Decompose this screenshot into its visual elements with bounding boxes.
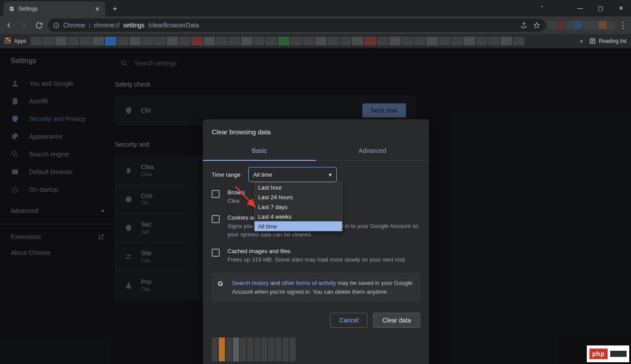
window-close-button[interactable]: ✕: [611, 0, 631, 16]
window-minimize-button[interactable]: —: [570, 0, 590, 16]
browser-titlebar: Settings ✕ + ˅ — ▢ ✕: [0, 0, 631, 16]
extensions-area-redacted: [548, 21, 615, 29]
apps-shortcut-label: Apps: [14, 38, 26, 44]
clear-browsing-data-dialog: Clear browsing data Basic Advanced Time …: [203, 119, 429, 364]
time-range-row: Time range All time ▾ Last hour Last 24 …: [212, 167, 420, 182]
url-path-rest: /clearBrowserData: [148, 22, 199, 29]
tab-basic[interactable]: Basic: [203, 141, 316, 160]
search-history-link[interactable]: Search history: [232, 280, 269, 286]
dialog-account-redacted: [212, 337, 420, 361]
browser-menu-button[interactable]: ⋮: [618, 20, 628, 30]
share-icon[interactable]: [520, 22, 528, 29]
bookmark-star-icon[interactable]: [533, 22, 540, 29]
dialog-actions: Cancel Clear data: [203, 302, 429, 328]
time-range-dropdown: Last hour Last 24 hours Last 7 days Last…: [254, 182, 342, 231]
browser-tab-settings[interactable]: Settings ✕: [4, 1, 105, 16]
tab-advanced[interactable]: Advanced: [316, 141, 429, 160]
dialog-tabs: Basic Advanced: [203, 141, 429, 161]
check-sub: Frees up 319 MB. Some sites may load mor…: [228, 256, 407, 264]
bookmarks-overflow-button[interactable]: »: [580, 38, 583, 44]
gear-icon: [8, 5, 15, 12]
checkbox[interactable]: [212, 190, 220, 198]
site-info-icon[interactable]: [53, 22, 60, 29]
check-title: Browsi: [228, 189, 245, 196]
close-tab-button[interactable]: ✕: [94, 5, 101, 12]
watermark-php-label: php: [589, 349, 608, 359]
tab-title-label: Settings: [19, 6, 38, 12]
time-option-last-4-weeks[interactable]: Last 4 weeks: [255, 212, 342, 221]
check-cached[interactable]: Cached images and files Frees up 319 MB.…: [212, 241, 420, 266]
browser-toolbar: Chrome | chrome://settings/clearBrowserD…: [0, 16, 631, 34]
other-activity-link[interactable]: other forms of activity: [281, 280, 336, 286]
reading-list-label: Reading list: [599, 38, 627, 44]
tabs-overflow-chevron[interactable]: ˅: [536, 0, 548, 16]
watermark-bar: [610, 351, 627, 357]
reading-list-button[interactable]: Reading list: [589, 38, 627, 45]
time-option-last-24-hours[interactable]: Last 24 hours: [255, 192, 342, 202]
forward-button[interactable]: [18, 19, 30, 31]
activity-notice: G Search history and other forms of acti…: [212, 273, 420, 302]
apps-grid-icon: [4, 38, 11, 45]
apps-shortcut[interactable]: Apps: [4, 38, 26, 45]
svg-point-1: [56, 26, 57, 27]
checkbox[interactable]: [212, 249, 220, 257]
dialog-footer-text: To clear browsing data from this device …: [203, 361, 429, 364]
url-chip: Chrome: [63, 22, 85, 29]
window-maximize-button[interactable]: ▢: [590, 0, 611, 16]
check-sub: Clea: [228, 197, 245, 205]
watermark: php: [587, 345, 629, 362]
settings-page: Settings You and Google Autofill Securit…: [0, 48, 631, 364]
window-controls: — ▢ ✕: [570, 0, 631, 16]
bookmarks-bar: Apps » Reading list: [0, 34, 631, 48]
reload-button[interactable]: [33, 19, 45, 31]
back-button[interactable]: [3, 19, 15, 31]
dialog-title: Clear browsing data: [203, 119, 429, 141]
url-scheme: chrome://: [94, 22, 119, 29]
notice-text: and: [269, 280, 281, 286]
checkbox[interactable]: [212, 215, 220, 223]
address-bar[interactable]: Chrome | chrome://settings/clearBrowserD…: [48, 19, 546, 32]
time-range-select[interactable]: All time ▾: [248, 167, 337, 182]
bookmarks-redacted: [30, 37, 575, 46]
cancel-button[interactable]: Cancel: [330, 313, 368, 328]
url-path-bold: settings: [123, 22, 144, 29]
new-tab-button[interactable]: +: [109, 3, 121, 15]
time-option-last-7-days[interactable]: Last 7 days: [255, 202, 342, 212]
time-option-last-hour[interactable]: Last hour: [255, 182, 342, 192]
check-title: Cached images and files: [228, 248, 407, 254]
chevron-down-icon: ▾: [329, 171, 332, 178]
clear-data-button[interactable]: Clear data: [373, 313, 420, 328]
time-option-all-time[interactable]: All time: [255, 221, 342, 231]
time-range-label: Time range: [212, 171, 240, 178]
google-g-icon: G: [218, 279, 226, 296]
time-range-value: All time: [253, 171, 272, 178]
